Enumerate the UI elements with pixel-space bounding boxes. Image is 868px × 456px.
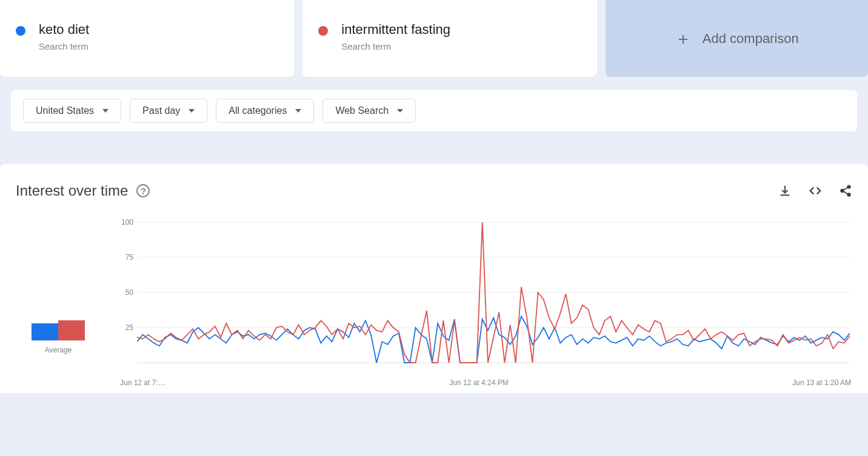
filter-bar: United States Past day All categories We…: [11, 90, 857, 131]
x-tick-label: Jun 12 at 7:…: [120, 378, 165, 387]
term-subtitle: Search term: [341, 41, 450, 51]
time-filter[interactable]: Past day: [130, 99, 207, 123]
line-chart[interactable]: 255075100: [119, 217, 852, 375]
share-icon[interactable]: [839, 184, 852, 197]
term-name: intermittent fasting: [341, 22, 450, 38]
chevron-down-icon: [397, 109, 403, 113]
filter-label: United States: [36, 105, 94, 116]
chevron-down-icon: [295, 109, 301, 113]
search-term-card[interactable]: keto diet Search term: [0, 0, 294, 77]
term-subtitle: Search term: [39, 41, 89, 51]
term-name: keto diet: [39, 22, 89, 38]
filter-label: Past day: [142, 105, 180, 116]
average-label: Average: [45, 346, 72, 354]
add-comparison-label: Add comparison: [703, 31, 799, 47]
x-axis-labels: Jun 12 at 7:… Jun 12 at 4:24 PM Jun 13 a…: [119, 378, 852, 387]
chart-title: Interest over time: [16, 182, 128, 199]
x-tick-label: Jun 12 at 4:24 PM: [449, 378, 508, 387]
embed-icon[interactable]: [809, 184, 822, 197]
add-comparison-button[interactable]: ＋ Add comparison: [606, 0, 868, 77]
x-tick-label: Jun 13 at 1:20 AM: [792, 378, 851, 387]
help-icon[interactable]: ?: [136, 184, 150, 197]
chevron-down-icon: [189, 109, 195, 113]
svg-text:75: 75: [125, 253, 134, 262]
average-bars: Average: [16, 217, 101, 387]
search-type-filter[interactable]: Web Search: [322, 99, 416, 123]
plus-icon: ＋: [675, 30, 692, 47]
term-color-dot: [16, 26, 25, 36]
svg-text:100: 100: [121, 218, 133, 226]
svg-text:25: 25: [125, 323, 134, 332]
term-color-dot: [318, 26, 328, 36]
filter-label: All categories: [229, 105, 287, 116]
download-icon[interactable]: [778, 184, 792, 197]
region-filter[interactable]: United States: [23, 99, 121, 123]
interest-over-time-card: Interest over time ? Average 255075100 J…: [0, 164, 868, 393]
search-term-card[interactable]: intermittent fasting Search term: [302, 0, 596, 77]
category-filter[interactable]: All categories: [216, 99, 314, 123]
chevron-down-icon: [102, 109, 109, 113]
filter-label: Web Search: [335, 105, 389, 116]
svg-text:50: 50: [125, 288, 134, 297]
